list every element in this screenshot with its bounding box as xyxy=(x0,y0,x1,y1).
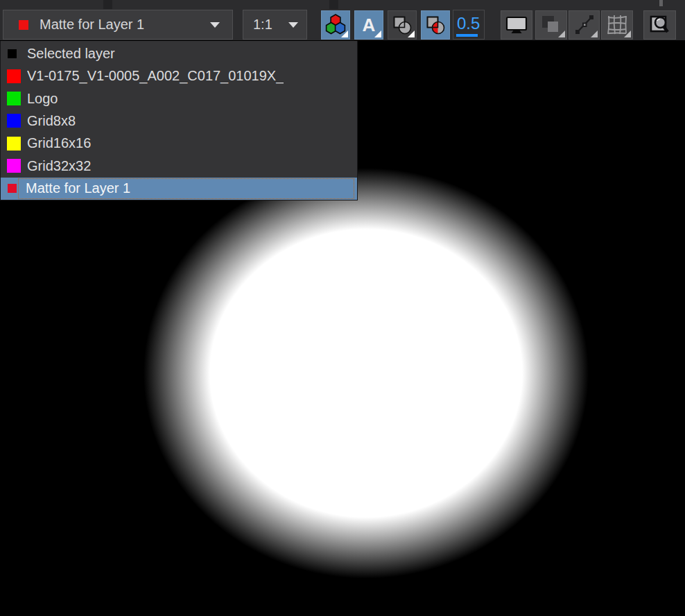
matte-overlay-button[interactable] xyxy=(388,10,417,40)
layer-color-swatch xyxy=(8,184,17,193)
corner-options-triangle-icon xyxy=(374,31,381,37)
layer-color-swatch xyxy=(7,92,21,105)
zoom-level-dropdown[interactable]: 1:1 xyxy=(243,10,307,40)
layer-menu-item[interactable]: Grid32x32 xyxy=(1,155,357,177)
layer-color-swatch xyxy=(7,137,21,151)
layer-menu-item[interactable]: Grid16x16 xyxy=(1,132,357,155)
layer-color-swatch xyxy=(7,114,21,128)
mesh-warp-button[interactable] xyxy=(601,10,633,40)
layer-menu-item[interactable]: V1-0175_V1-0005_A002_C017_01019X_ xyxy=(1,65,357,87)
corner-options-triangle-icon xyxy=(408,31,415,37)
scrollbar-remnant xyxy=(659,0,663,6)
overlay-opacity-field[interactable]: 0.5 xyxy=(453,10,485,40)
layer-menu-item[interactable]: Grid8x8 xyxy=(1,110,357,132)
compare-layers-button[interactable] xyxy=(535,10,567,40)
layer-menu-item[interactable]: Selected layer xyxy=(1,42,357,65)
matte-red-overlay-icon xyxy=(424,13,447,37)
layer-menu-item-label: Grid32x32 xyxy=(27,158,91,174)
rgb-channels-button[interactable] xyxy=(321,10,350,40)
viewer-toolbar: Matte for Layer 1 1:1 A xyxy=(0,0,685,40)
layer-menu-item-label: Selected layer xyxy=(27,46,115,62)
chevron-down-icon xyxy=(210,22,220,28)
alpha-channel-icon: A xyxy=(363,16,376,34)
layer-color-swatch xyxy=(7,159,21,173)
layer-menu-item-label: Grid8x8 xyxy=(27,113,76,129)
layer-selector-value: Matte for Layer 1 xyxy=(40,17,144,33)
monitor-icon xyxy=(504,12,529,37)
layer-color-swatch xyxy=(19,20,28,30)
layer-menu-item[interactable]: Logo xyxy=(1,87,357,110)
matte-red-overlay-button[interactable] xyxy=(421,10,450,40)
panel-tab-notch xyxy=(103,0,112,9)
magnifier-icon xyxy=(647,12,673,38)
layer-color-swatch xyxy=(7,69,21,83)
zoom-level-value: 1:1 xyxy=(253,17,272,33)
opacity-slider-underline[interactable] xyxy=(456,34,478,37)
corner-options-triangle-icon xyxy=(591,31,598,37)
pixel-inspect-button[interactable] xyxy=(643,10,676,40)
corner-options-triangle-icon xyxy=(341,31,348,37)
app-window: Matte for Layer 1 1:1 A xyxy=(0,0,685,616)
layer-menu-item-label: Logo xyxy=(27,91,58,107)
alpha-channel-button[interactable]: A xyxy=(354,10,383,40)
layer-menu-item-label: Grid16x16 xyxy=(27,135,91,151)
chevron-down-icon xyxy=(288,22,298,28)
layer-selector-dropdown[interactable]: Matte for Layer 1 xyxy=(3,10,233,40)
layer-menu-item-selected[interactable]: Matte for Layer 1 xyxy=(1,178,357,200)
layer-color-swatch xyxy=(8,49,17,58)
corner-options-triangle-icon xyxy=(558,31,565,37)
corner-options-triangle-icon xyxy=(624,31,631,37)
spline-tool-button[interactable] xyxy=(569,10,600,40)
layer-menu-item-label: V1-0175_V1-0005_A002_C017_01019X_ xyxy=(27,68,284,84)
panel-tab-notch xyxy=(329,0,338,9)
monitor-output-button[interactable] xyxy=(501,10,532,40)
overlay-opacity-value: 0.5 xyxy=(457,14,480,33)
layer-menu-item-label: Matte for Layer 1 xyxy=(26,180,130,196)
layer-dropdown-menu: Selected layer V1-0175_V1-0005_A002_C017… xyxy=(0,41,358,200)
